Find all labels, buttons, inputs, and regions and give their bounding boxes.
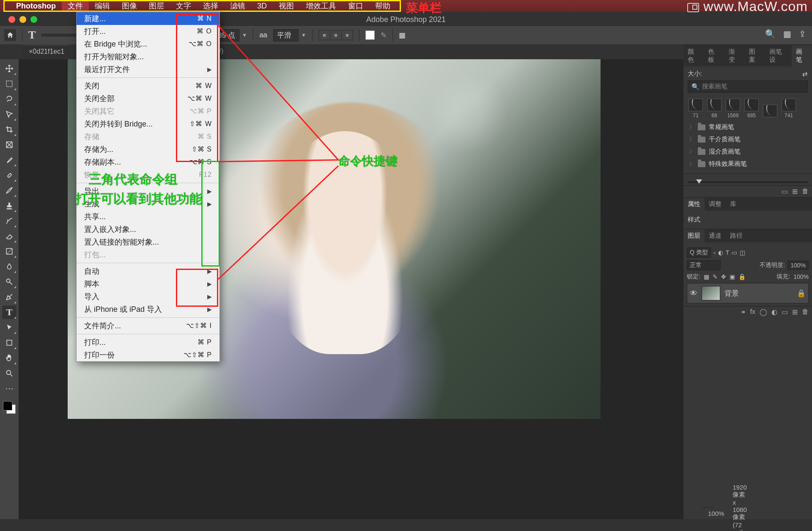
adjustment-icon[interactable]: ◐	[771, 308, 777, 316]
delete-icon[interactable]: 🗑	[802, 187, 809, 195]
file-menu-item[interactable]: 文件简介...⌥⇧⌘ I	[77, 319, 219, 332]
brush-slider[interactable]	[683, 174, 812, 185]
color-swatch[interactable]	[3, 401, 16, 414]
blend-mode[interactable]: 正常	[687, 260, 721, 270]
shape-tool[interactable]	[2, 336, 16, 349]
lock-paint-icon[interactable]: ✎	[713, 273, 718, 280]
share-icon[interactable]: ⇪	[799, 29, 806, 39]
tool-indicator[interactable]: T	[28, 29, 36, 41]
tab-brush-settings[interactable]: 画笔设	[765, 45, 791, 66]
lasso-tool[interactable]	[2, 92, 16, 106]
brush-thumb[interactable]: 71	[689, 99, 703, 118]
file-menu-item[interactable]: 打印...⌘ P	[77, 336, 219, 349]
brush-search[interactable]: 🔍 搜索画笔	[688, 80, 808, 93]
brush-folder[interactable]: 〉特殊效果画笔	[688, 158, 808, 170]
align-right-button[interactable]: ≡	[342, 30, 353, 40]
visibility-icon[interactable]: 👁	[690, 289, 697, 298]
file-menu-item[interactable]: 在 Bridge 中浏览...⌥⌘ O	[77, 38, 219, 50]
file-menu-item[interactable]: 打开为智能对象...	[77, 50, 219, 63]
panels-toggle-button[interactable]: ▦	[399, 31, 406, 40]
file-menu-item[interactable]: 导出▶	[77, 185, 219, 198]
file-menu-item[interactable]: 最近打开文件▶	[77, 63, 219, 76]
tab-channels[interactable]: 通道	[705, 229, 726, 242]
eraser-tool[interactable]	[2, 229, 16, 243]
brush-tool[interactable]	[2, 184, 16, 197]
brush-thumb[interactable]	[763, 105, 777, 118]
brush-flip-icon[interactable]: ⇄	[802, 70, 808, 78]
filter-smart-icon[interactable]: ◫	[740, 249, 745, 256]
brush-thumb[interactable]: 685	[744, 99, 759, 118]
dodge-tool[interactable]	[2, 275, 16, 289]
crop-tool[interactable]	[2, 123, 16, 136]
move-tool[interactable]	[2, 62, 16, 75]
brush-folder[interactable]: 〉干介质画笔	[688, 133, 808, 146]
antialias-dropdown[interactable]: 平滑▼	[273, 29, 306, 41]
file-menu-item[interactable]: 关闭并转到 Bridge...⇧⌘ W	[77, 118, 219, 130]
eyedropper-tool[interactable]	[2, 153, 16, 167]
filter-shape-icon[interactable]: ▭	[732, 249, 737, 256]
search-icon[interactable]: 🔍	[765, 29, 776, 39]
file-menu-item[interactable]: 打开...⌘ O	[77, 25, 219, 38]
lock-pos-icon[interactable]: ✥	[721, 273, 726, 280]
menu-edit[interactable]: 编辑	[89, 0, 116, 12]
fx-icon[interactable]: fx	[750, 308, 755, 316]
fill-value[interactable]: 100%	[793, 273, 809, 280]
group-icon[interactable]: ▭	[782, 308, 788, 316]
lock-nest-icon[interactable]: ▣	[730, 273, 735, 280]
warp-text-button[interactable]: ✎	[381, 31, 387, 40]
workspace-icon[interactable]: ▦	[783, 29, 791, 39]
tab-paths[interactable]: 路径	[726, 229, 747, 242]
doc-dimensions[interactable]: 1920 像素 x 1080 像素 (72 ppi) 〉	[732, 484, 746, 531]
frame-tool[interactable]	[2, 138, 16, 151]
file-menu-item[interactable]: 置入链接的智能对象...	[77, 236, 219, 248]
file-menu-item[interactable]: 置入嵌入对象...	[77, 223, 219, 236]
tab-gradient[interactable]: 渐变	[724, 45, 745, 66]
filter-adjust-icon[interactable]: ◐	[718, 249, 723, 256]
new-brush-icon[interactable]: ⊞	[792, 187, 798, 195]
opacity-value[interactable]: 100%	[787, 261, 809, 270]
tab-adjustments[interactable]: 调整	[705, 198, 726, 211]
link-layers-icon[interactable]: ⚭	[741, 308, 746, 316]
home-button[interactable]	[4, 29, 16, 41]
file-menu-item[interactable]: 共享...	[77, 210, 219, 223]
hand-tool[interactable]	[2, 351, 16, 365]
menu-window[interactable]: 窗口	[342, 0, 369, 12]
brush-thumb[interactable]: 1569	[726, 99, 740, 118]
align-left-button[interactable]: ≡	[319, 30, 330, 40]
file-menu-item[interactable]: 关闭全部⌥⌘ W	[77, 92, 219, 105]
align-center-button[interactable]: ≡	[330, 30, 341, 40]
brush-folder[interactable]: 〉常规画笔	[688, 121, 808, 133]
edit-toolbar[interactable]: ⋯	[2, 382, 16, 395]
delete-layer-icon[interactable]: 🗑	[802, 308, 809, 316]
style-row[interactable]: 样式	[688, 216, 808, 224]
file-menu-item[interactable]: 关闭⌘ W	[77, 80, 219, 92]
file-menu-item[interactable]: 从 iPhone 或 iPad 导入▶	[77, 303, 219, 316]
lock-all-icon[interactable]: 🔒	[738, 273, 746, 280]
quick-select-tool[interactable]	[2, 107, 16, 121]
new-layer-icon[interactable]: ⊞	[792, 308, 798, 316]
filter-type-icon[interactable]: T	[726, 249, 730, 256]
menu-plugins[interactable]: 增效工具	[300, 0, 342, 12]
document-tab[interactable]: × 0d21f1ec1	[23, 45, 70, 58]
menu-image[interactable]: 图像	[116, 0, 143, 12]
file-menu-item[interactable]: 新建...⌘ N	[77, 12, 219, 25]
menu-view[interactable]: 视图	[273, 0, 300, 12]
tab-swatches[interactable]: 色板	[704, 45, 724, 66]
file-menu-item[interactable]: 生成▶	[77, 198, 219, 210]
marquee-tool[interactable]	[2, 77, 16, 91]
mask-icon[interactable]: ◯	[760, 308, 767, 316]
file-menu-item[interactable]: 导入▶	[77, 290, 219, 303]
menu-layer[interactable]: 图层	[143, 0, 170, 12]
zoom-tool[interactable]	[2, 366, 16, 380]
filter-image-icon[interactable]: ▫	[713, 249, 716, 256]
menu-app[interactable]: Photoshop	[10, 0, 62, 12]
gradient-tool[interactable]	[2, 245, 16, 258]
menu-type[interactable]: 文字	[170, 0, 197, 12]
pen-tool[interactable]	[2, 290, 16, 304]
menu-file[interactable]: 文件	[62, 0, 89, 12]
tab-color[interactable]: 颜色	[683, 45, 704, 66]
blur-tool[interactable]	[2, 260, 16, 273]
history-brush-tool[interactable]	[2, 214, 16, 228]
layer-item-background[interactable]: 👁 背景 🔒	[687, 283, 809, 303]
layer-filter[interactable]: Q 类型	[687, 248, 711, 258]
